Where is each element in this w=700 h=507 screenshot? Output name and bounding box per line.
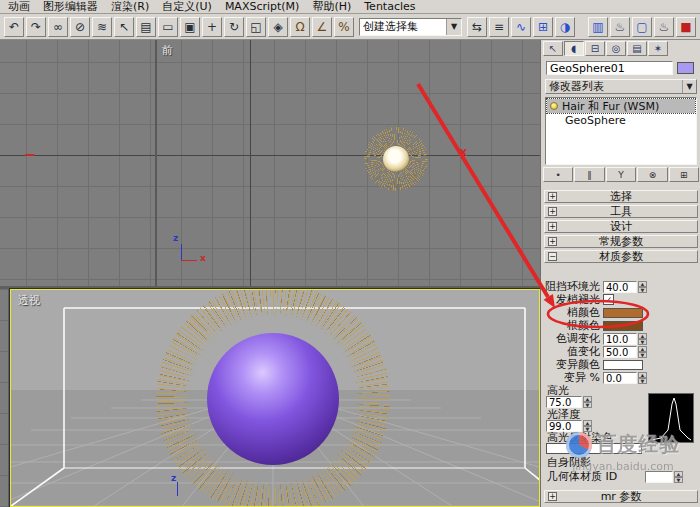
align-icon[interactable]: ≡ bbox=[489, 17, 509, 37]
mutant-percent-input[interactable] bbox=[603, 372, 637, 384]
spinner-down-icon[interactable] bbox=[674, 477, 683, 483]
rollout-styling[interactable]: + 设计 bbox=[544, 220, 698, 233]
rendered-frame-window-icon[interactable]: ▢ bbox=[632, 17, 652, 37]
perspective-z-axis bbox=[177, 482, 178, 496]
mutant-color-swatch[interactable] bbox=[603, 360, 643, 370]
chevron-down-icon[interactable]: ▼ bbox=[446, 19, 461, 35]
schematic-view-icon[interactable]: ⊞ bbox=[533, 17, 553, 37]
object-color-swatch[interactable] bbox=[677, 62, 694, 74]
select-by-name-icon[interactable]: ▤ bbox=[136, 17, 156, 37]
left-viewport-edge bbox=[0, 289, 8, 507]
modifier-stack-item-hair-fur[interactable]: Hair 和 Fur (WSM) bbox=[547, 99, 695, 113]
hue-variation-input[interactable] bbox=[603, 333, 637, 345]
specular-tint-swatch[interactable] bbox=[546, 443, 642, 454]
tip-fade-checkbox[interactable]: ✓ bbox=[603, 294, 614, 305]
rectangular-selection-region-icon[interactable]: ▭ bbox=[158, 17, 178, 37]
viewport-divider[interactable] bbox=[155, 40, 157, 286]
remove-modifier-icon[interactable]: ⊗ bbox=[637, 167, 667, 182]
window-crossing-icon[interactable]: ▣ bbox=[180, 17, 200, 37]
value-variation-spinner[interactable] bbox=[638, 346, 647, 358]
tip-color-swatch[interactable] bbox=[603, 308, 643, 318]
tripod-x-axis bbox=[181, 260, 197, 261]
menu-rendering[interactable]: 渲染(R) bbox=[111, 0, 149, 13]
rollout-mr-parameters[interactable]: + mr 参数 bbox=[544, 490, 698, 503]
select-and-rotate-icon[interactable]: ↻ bbox=[224, 17, 244, 37]
hue-variation-spinner[interactable] bbox=[638, 333, 647, 345]
spinner-down-icon[interactable] bbox=[638, 287, 647, 293]
render-type-icon[interactable]: ■ bbox=[676, 17, 696, 37]
menu-tentacles[interactable]: Tentacles bbox=[364, 0, 415, 13]
lightbulb-icon[interactable] bbox=[550, 102, 558, 110]
tab-motion-icon[interactable]: ◎ bbox=[606, 41, 626, 56]
spinner-down-icon[interactable] bbox=[638, 339, 647, 345]
rollout-general-parameters[interactable]: + 常规参数 bbox=[544, 235, 698, 248]
specular-spinner[interactable] bbox=[583, 396, 592, 408]
menu-animation[interactable]: 动画 bbox=[8, 0, 30, 13]
percent-snap-icon[interactable]: % bbox=[334, 17, 354, 37]
unlink-selection-icon[interactable]: ⊘ bbox=[70, 17, 90, 37]
modifier-stack-item-label: Hair 和 Fur (WSM) bbox=[562, 99, 659, 114]
bind-to-space-warp-icon[interactable]: ≋ bbox=[92, 17, 112, 37]
self-shadow-row: 自身阴影 bbox=[541, 457, 700, 469]
curve-editor-icon[interactable]: ∿ bbox=[511, 17, 531, 37]
select-object-icon[interactable]: ↖ bbox=[114, 17, 134, 37]
root-color-swatch[interactable] bbox=[603, 321, 643, 331]
spinner-down-icon[interactable] bbox=[638, 378, 647, 384]
quick-render-icon[interactable]: ♨ bbox=[654, 17, 674, 37]
tab-hierarchy-icon[interactable]: ⊟ bbox=[585, 41, 605, 56]
material-editor-icon[interactable]: ◑ bbox=[555, 17, 575, 37]
mutant-color-label: 变异颜色 bbox=[541, 359, 600, 371]
undo-icon[interactable]: ↶ bbox=[4, 17, 24, 37]
mirror-icon[interactable]: ⇆ bbox=[467, 17, 487, 37]
rollout-selection[interactable]: + 选择 bbox=[544, 190, 698, 203]
layer-manager-icon[interactable]: ▥ bbox=[588, 17, 608, 37]
object-name-field[interactable] bbox=[546, 61, 673, 75]
select-and-scale-icon[interactable]: ◱ bbox=[246, 17, 266, 37]
tab-display-icon[interactable]: ▤ bbox=[627, 41, 647, 56]
modifier-stack-item-geosphere[interactable]: GeoSphere bbox=[547, 113, 695, 127]
pin-stack-icon[interactable]: • bbox=[543, 167, 573, 182]
snaps-toggle-icon[interactable]: Ω bbox=[290, 17, 310, 37]
front-viewport[interactable]: 前 X z x bbox=[0, 40, 540, 286]
spinner-down-icon[interactable] bbox=[583, 402, 592, 408]
geosphere-front-view[interactable] bbox=[383, 146, 409, 172]
geom-mat-id-spinner[interactable] bbox=[674, 471, 683, 483]
perspective-z-label: z bbox=[171, 473, 176, 483]
menu-help[interactable]: 帮助(H) bbox=[312, 0, 351, 13]
menu-graph-editors[interactable]: 图形编辑器 bbox=[43, 0, 98, 13]
geosphere-perspective-view[interactable] bbox=[207, 333, 339, 465]
geom-mat-id-input[interactable] bbox=[645, 471, 673, 483]
show-end-result-icon[interactable]: ‖ bbox=[574, 167, 604, 182]
mutant-percent-spinner[interactable] bbox=[638, 372, 647, 384]
perspective-viewport[interactable]: 透视 z bbox=[10, 289, 540, 507]
perspective-viewport-label[interactable]: 透视 bbox=[18, 293, 40, 308]
rollout-label: 选择 bbox=[610, 190, 632, 203]
specular-input[interactable] bbox=[546, 396, 582, 408]
select-and-manipulate-icon[interactable]: ◈ bbox=[268, 17, 288, 37]
tab-utilities-icon[interactable]: ✶ bbox=[648, 41, 668, 56]
spinner-down-icon[interactable] bbox=[638, 352, 647, 358]
named-selection-input[interactable] bbox=[360, 19, 446, 35]
make-unique-icon[interactable]: Y bbox=[606, 167, 636, 182]
value-variation-input[interactable] bbox=[603, 346, 637, 358]
chevron-down-icon[interactable]: ▼ bbox=[682, 80, 696, 93]
rollout-material-parameters[interactable]: − 材质参数 bbox=[544, 250, 698, 263]
mutant-percent-row: 变异 % bbox=[541, 372, 700, 384]
configure-modifier-sets-icon[interactable]: ⊞ bbox=[669, 167, 699, 182]
menu-maxscript[interactable]: MAXScript(M) bbox=[225, 0, 300, 13]
tab-create-icon[interactable]: ↖ bbox=[543, 41, 563, 56]
named-selection-sets-combo[interactable]: ▼ bbox=[359, 18, 462, 36]
tab-modify-icon[interactable]: ◖ bbox=[564, 41, 584, 56]
front-viewport-label[interactable]: 前 bbox=[162, 43, 173, 58]
angle-snap-icon[interactable]: ∠ bbox=[312, 17, 332, 37]
render-setup-icon[interactable]: ♨ bbox=[610, 17, 630, 37]
menu-customize[interactable]: 自定义(U) bbox=[162, 0, 212, 13]
occluded-ambient-spinner[interactable] bbox=[638, 281, 647, 293]
modifier-list-dropdown[interactable]: 修改器列表 ▼ bbox=[545, 79, 697, 94]
redo-icon[interactable]: ↷ bbox=[26, 17, 46, 37]
select-and-move-icon[interactable]: + bbox=[202, 17, 222, 37]
modifier-stack: Hair 和 Fur (WSM) GeoSphere bbox=[545, 97, 697, 165]
rollout-tools[interactable]: + 工具 bbox=[544, 205, 698, 218]
select-and-link-icon[interactable]: ∞ bbox=[48, 17, 68, 37]
occluded-ambient-input[interactable] bbox=[603, 281, 637, 293]
